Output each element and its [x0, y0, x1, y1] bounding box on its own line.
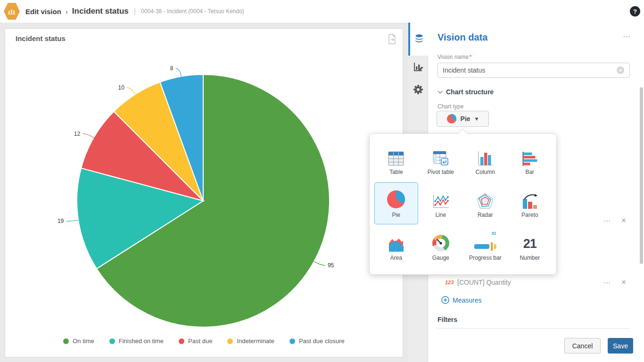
radar-chart-icon — [476, 193, 494, 209]
legend-label: Finished on time — [119, 337, 164, 345]
pie-label-line — [66, 220, 78, 222]
pie-value-label: 10 — [118, 84, 125, 91]
numeric-type-badge: 123 — [445, 280, 454, 285]
logo-bar-chart-icon — [8, 8, 16, 15]
chart-type-label: Chart type — [438, 103, 463, 110]
clear-input-icon[interactable]: ✕ — [617, 66, 624, 74]
legend-dot — [289, 338, 295, 344]
legend-item-on-time[interactable]: On time — [63, 337, 94, 345]
caret-down-icon: ▼ — [474, 116, 479, 122]
required-asterisk: * — [470, 54, 472, 60]
chart-type-option-bar[interactable]: Bar — [508, 140, 552, 181]
legend-dot — [227, 338, 233, 344]
legend-dot — [109, 338, 115, 344]
measure-close-icon[interactable]: × — [621, 279, 626, 287]
pie-value-label: 95 — [328, 262, 334, 269]
chart-type-option-number[interactable]: 21 Number — [508, 225, 552, 267]
breadcrumb-separator: › — [66, 8, 68, 16]
row-close-icon[interactable]: × — [621, 217, 626, 225]
chart-widget-panel: Incident status 951912108 On timeFinishe… — [5, 28, 403, 357]
app-logo-icon[interactable] — [4, 2, 20, 20]
vision-name-input[interactable] — [438, 63, 630, 78]
vision-name-label: Vision name* — [438, 54, 472, 60]
tab-chart-edit[interactable] — [408, 56, 428, 78]
pie-value-label: 12 — [74, 131, 81, 137]
page-title: Incident status — [72, 7, 129, 16]
pivot-table-icon — [433, 151, 449, 166]
pie-label-line — [83, 134, 94, 138]
row-more-icon[interactable]: ⋯ — [603, 217, 611, 225]
chart-type-option-radar[interactable]: Radar — [463, 182, 507, 224]
panel-title: Vision data — [438, 32, 487, 43]
chart-type-option-pivot-table[interactable]: Pivot table — [419, 140, 463, 181]
pie-chart: 951912108 — [5, 29, 404, 340]
chart-type-value: Pie — [461, 115, 471, 123]
column-chart-icon — [477, 151, 493, 166]
progress-value-badge: 32 — [491, 231, 496, 236]
legend-item-finished-on-time[interactable]: Finished on time — [109, 337, 164, 345]
chart-type-dropdown-button[interactable]: Pie ▼ — [437, 111, 489, 127]
save-button[interactable]: Save — [608, 338, 633, 354]
chart-type-dropdown: Table Pivot table Column — [369, 133, 557, 275]
legend-label: Indeterminate — [237, 337, 274, 345]
context-subtitle: 0004-38 - Incident (0004 - Tetsuo Kendo) — [141, 8, 244, 15]
chart-type-option-column[interactable]: Column — [463, 140, 507, 181]
number-icon: 21 — [523, 236, 537, 252]
progress-bar-icon — [474, 239, 496, 252]
measure-more-icon[interactable]: ⋯ — [603, 279, 611, 287]
measures-link-label: Measures — [453, 296, 481, 304]
legend-dot — [179, 338, 184, 344]
pie-label-line — [176, 68, 182, 76]
chart-type-option-pie[interactable]: Pie — [374, 182, 418, 224]
chart-edit-icon — [413, 62, 423, 72]
breadcrumb-section[interactable]: Edit vision — [25, 8, 61, 16]
line-chart-icon — [432, 194, 449, 209]
area-chart-icon — [388, 238, 404, 252]
tab-settings[interactable] — [408, 78, 428, 101]
chart-type-option-table[interactable]: Table — [374, 140, 418, 181]
chart-structure-header[interactable]: Chart structure — [438, 88, 494, 96]
pie-label-line — [314, 262, 325, 265]
chart-type-option-progress-bar[interactable]: 32 Progress bar — [463, 225, 507, 267]
chart-type-option-pareto[interactable]: Pareto — [508, 182, 552, 224]
measure-label: [COUNT] Quantity — [457, 279, 511, 286]
legend-item-indeterminate[interactable]: Indeterminate — [227, 337, 274, 345]
pareto-chart-icon — [521, 193, 538, 209]
pie-chart-icon — [387, 190, 405, 209]
bar-chart-icon — [522, 152, 538, 166]
measure-row: 123 [COUNT] Quantity ⋯ × — [428, 277, 644, 289]
legend-label: Past due — [188, 337, 212, 345]
chevron-down-icon — [438, 90, 443, 94]
dimension-row-actions: ⋯ × — [603, 217, 626, 225]
help-button[interactable]: ? — [630, 6, 640, 16]
cancel-button[interactable]: Cancel — [564, 338, 601, 354]
panel-more-menu[interactable]: ⋯ — [623, 32, 631, 41]
table-icon — [388, 151, 404, 166]
legend-label: Past due closure — [299, 337, 345, 345]
legend-item-past-due-closure[interactable]: Past due closure — [289, 337, 345, 345]
panel-scrollbar-thumb[interactable] — [640, 87, 643, 264]
plus-circle-icon — [441, 296, 449, 304]
chart-type-option-gauge[interactable]: Gauge — [419, 225, 463, 267]
chart-legend: On timeFinished on timePast dueIndetermi… — [5, 337, 403, 345]
legend-item-past-due[interactable]: Past due — [179, 337, 212, 345]
chart-type-grid: Table Pivot table Column — [370, 134, 556, 273]
chart-type-option-line[interactable]: Line — [419, 182, 463, 224]
action-buttons: Cancel Save — [564, 338, 633, 354]
tab-vision-data[interactable] — [408, 23, 428, 56]
legend-dot — [63, 338, 69, 344]
add-measures-link[interactable]: Measures — [441, 296, 481, 304]
filters-divider — [438, 328, 630, 329]
title-divider: | — [134, 7, 136, 16]
mini-pie-icon — [446, 114, 457, 124]
gear-icon — [413, 84, 423, 95]
filters-section-label: Filters — [438, 316, 457, 323]
chart-structure-label: Chart structure — [446, 88, 494, 96]
pie-label-line — [127, 88, 135, 94]
database-icon — [414, 34, 424, 44]
pie-value-label: 19 — [58, 218, 64, 224]
legend-label: On time — [73, 337, 94, 345]
chart-type-option-area[interactable]: Area — [374, 225, 418, 267]
top-bar: Edit vision › Incident status | 0004-38 … — [0, 0, 644, 23]
pie-value-label: 8 — [170, 65, 173, 72]
